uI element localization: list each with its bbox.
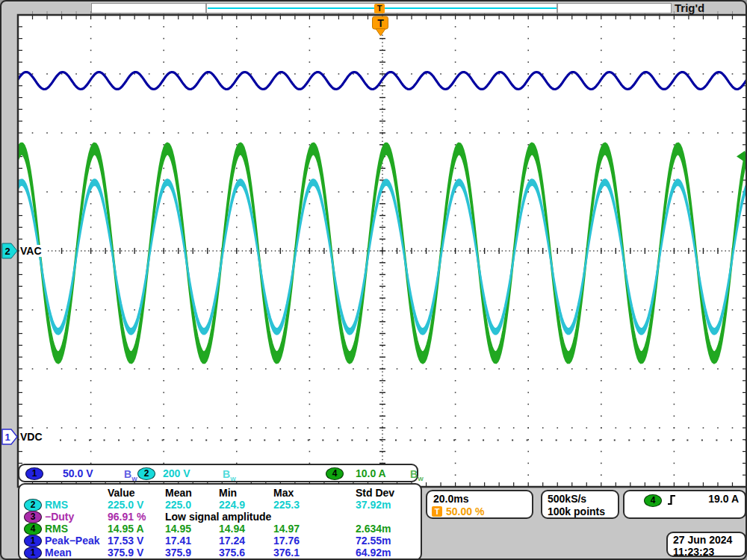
header-std: Std Dev bbox=[356, 487, 394, 499]
time: 11:23:23 bbox=[673, 546, 714, 558]
horizontal-readout: 20.0ms T 50.00 % bbox=[426, 490, 533, 519]
row-ch-badge: 1 bbox=[24, 547, 42, 559]
ch4-badge: 4 bbox=[326, 467, 344, 480]
row-std: 37.92m bbox=[356, 499, 391, 511]
row-ch-badge: 2 bbox=[24, 499, 42, 511]
measurement-row: 1 Peak−Peak 17.53 V 17.41 17.24 17.76 72… bbox=[19, 535, 421, 547]
row-ch-badge: 1 bbox=[24, 535, 42, 547]
trigger-readout: 4 19.0 A bbox=[623, 490, 746, 519]
ch2-wave-label: VAC bbox=[19, 245, 43, 257]
measurement-header-row: Value Mean Min Max Std Dev bbox=[19, 487, 421, 499]
ch1-scale: 50.0 V bbox=[63, 467, 93, 479]
trigger-t-icon: T bbox=[432, 506, 442, 517]
channel-scale-bar: 1 50.0 V BW 2 200 V BW 4 10.0 A BW bbox=[18, 464, 418, 482]
ch2-scale: 200 V bbox=[163, 467, 190, 479]
measurement-row: 2 RMS 225.0 V 225.0 224.9 225.3 37.92m bbox=[19, 499, 421, 511]
header-max: Max bbox=[273, 487, 294, 499]
row-max: 376.1 bbox=[273, 547, 300, 559]
row-max: 17.76 bbox=[273, 535, 300, 547]
measurement-row: 3 −Duty 96.91 % Low signal amplitude bbox=[19, 511, 421, 523]
row-note: Low signal amplitude bbox=[165, 511, 271, 523]
trigger-level: 19.0 A bbox=[708, 493, 739, 505]
ch1-wave-label: VDC bbox=[19, 431, 43, 443]
record-view-bar: T bbox=[91, 3, 672, 13]
row-mean: 375.9 bbox=[165, 547, 191, 559]
row-min: 17.24 bbox=[219, 535, 245, 547]
record-view-divider-right bbox=[557, 4, 558, 13]
header-mean: Mean bbox=[165, 487, 192, 499]
row-min: 375.6 bbox=[219, 547, 245, 559]
record-length: 100k points bbox=[548, 505, 605, 517]
measurement-row: 1 Mean 375.9 V 375.9 375.6 376.1 64.92m bbox=[19, 547, 421, 559]
row-max: 225.3 bbox=[273, 499, 300, 511]
ch2-position-marker: 2 bbox=[2, 243, 17, 258]
ch1-position-marker: 1 bbox=[2, 429, 17, 444]
rising-edge-icon bbox=[666, 493, 678, 506]
timebase: 20.0ms bbox=[433, 493, 468, 505]
datetime-readout: 27 Jun 2024 11:23:23 bbox=[666, 532, 746, 557]
header-min: Min bbox=[219, 487, 237, 499]
measurement-row: 4 RMS 14.95 A 14.95 14.94 14.97 2.634m bbox=[19, 523, 421, 535]
row-mean: 14.95 bbox=[165, 523, 191, 535]
row-min: 14.94 bbox=[219, 523, 245, 535]
row-ch-badge: 3 bbox=[24, 511, 42, 523]
row-label: Peak−Peak bbox=[45, 535, 100, 547]
ch2-badge: 2 bbox=[137, 467, 155, 480]
trigger-position: 50.00 % bbox=[446, 505, 484, 517]
trigger-marker-mini: T bbox=[374, 4, 385, 13]
row-std: 72.55m bbox=[356, 535, 391, 547]
acquisition-readout: 500kS/s 100k points bbox=[541, 490, 619, 519]
header-value: Value bbox=[108, 487, 135, 499]
svg-text:T: T bbox=[377, 17, 384, 29]
row-value: 225.0 V bbox=[108, 499, 143, 511]
measurement-table: Value Mean Min Max Std Dev 2 RMS 225.0 V… bbox=[18, 483, 422, 560]
row-value: 375.9 V bbox=[108, 547, 143, 559]
row-mean: 17.41 bbox=[165, 535, 191, 547]
row-value: 14.95 A bbox=[108, 523, 144, 535]
sample-rate: 500kS/s bbox=[548, 493, 586, 505]
row-std: 64.92m bbox=[356, 547, 391, 559]
row-ch-badge: 4 bbox=[24, 523, 42, 535]
trigger-status: Trig'd bbox=[675, 1, 704, 15]
row-mean: 225.0 bbox=[165, 499, 191, 511]
row-max: 14.97 bbox=[273, 523, 300, 535]
ch1-badge: 1 bbox=[25, 467, 43, 480]
row-label: RMS bbox=[45, 499, 68, 511]
date: 27 Jun 2024 bbox=[673, 534, 732, 546]
trigger-source-badge: 4 bbox=[644, 494, 662, 507]
row-label: −Duty bbox=[45, 511, 74, 523]
row-min: 224.9 bbox=[219, 499, 245, 511]
svg-text:2: 2 bbox=[4, 246, 10, 257]
row-label: Mean bbox=[45, 547, 72, 559]
oscilloscope-screen: 2 1 T T Trig'd VAC VDC 1 50.0 V BW 2 200… bbox=[0, 0, 747, 560]
svg-text:1: 1 bbox=[4, 432, 10, 443]
row-label: RMS bbox=[45, 523, 68, 535]
record-view-divider-left bbox=[205, 4, 207, 13]
ch4-scale: 10.0 A bbox=[356, 467, 386, 479]
row-value: 96.91 % bbox=[108, 511, 146, 523]
row-std: 2.634m bbox=[356, 523, 391, 535]
row-value: 17.53 V bbox=[108, 535, 143, 547]
